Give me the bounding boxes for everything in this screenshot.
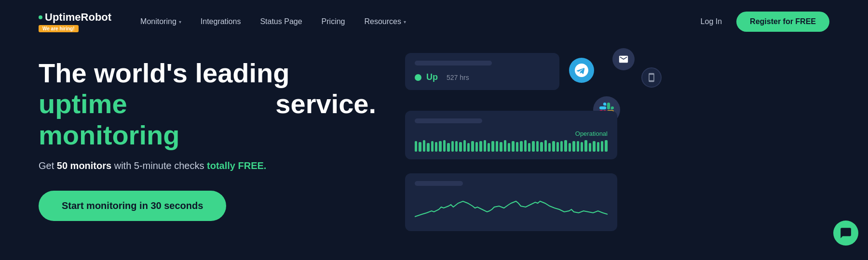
nav-status-page[interactable]: Status Page [260,17,302,26]
hero-title-line1: The world's leading [39,58,376,89]
dashboard-mockup: Up 527 hrs [405,53,829,255]
uptime-bar [455,141,458,152]
response-card [405,173,617,231]
uptime-bar [451,141,454,152]
nav-monitoring[interactable]: Monitoring ▾ [140,17,181,26]
uptime-bar [488,143,490,152]
uptime-bar [491,141,494,152]
cta-button[interactable]: Start monitoring in 30 seconds [39,191,226,221]
email-icon [612,48,635,70]
mobile-icon [641,67,662,88]
uptime-bar [423,140,425,152]
uptime-bar [532,141,534,152]
navigation: UptimeRobot We are hiring! Monitoring ▾ … [0,0,868,43]
uptime-bar [601,141,603,152]
hero-title-line2: uptime monitoring service. [39,89,376,151]
chevron-down-icon: ▾ [179,19,181,25]
monitor-card-main: Up 527 hrs [405,53,559,90]
uptime-bar [415,141,417,152]
response-chart [415,193,608,221]
hero-section: The world's leading uptime monitoring se… [0,43,868,255]
uptime-bar [593,141,595,152]
uptime-bar [484,140,486,152]
uptime-bar-label [415,118,482,123]
uptime-bars [415,140,608,152]
uptime-bar [528,143,530,152]
uptime-bar [516,142,518,152]
operational-label: Operational [415,130,608,137]
telegram-icon [569,58,594,83]
uptime-bar [597,142,599,152]
uptime-bar [556,142,559,152]
uptime-bar [544,140,547,152]
uptime-bar [589,143,591,152]
uptime-bar [459,142,461,152]
hero-title: The world's leading uptime monitoring se… [39,58,376,151]
uptime-bar [496,141,498,152]
response-bar-label [415,181,463,186]
uptime-bar [605,140,607,152]
uptime-card: Operational [405,111,617,159]
monitor-bar-placeholder [415,61,492,65]
uptime-bar [479,141,482,152]
uptime-bar [581,142,583,152]
logo-area: UptimeRobot We are hiring! [39,11,111,32]
hero-content: The world's leading uptime monitoring se… [39,53,376,221]
uptime-bar [548,143,551,152]
uptime-bar [572,141,575,152]
uptime-bar [508,143,510,152]
status-hrs: 527 hrs [447,74,469,81]
uptime-bar [463,140,466,152]
uptime-bar [447,143,449,152]
login-link[interactable]: Log In [701,17,722,26]
free-text: totally FREE. [207,160,266,171]
uptime-bar [475,142,478,152]
uptime-bar [564,140,567,152]
chat-button[interactable] [833,221,858,246]
uptime-bar [431,141,434,152]
uptime-bar [577,141,579,152]
uptime-bar [504,140,506,152]
uptime-bar [540,142,542,152]
monitor-status-row: Up 527 hrs [415,72,550,82]
uptime-bar [467,143,470,152]
hero-white-text: service. [275,89,376,119]
uptime-bar [419,142,421,152]
uptime-bar [443,140,446,152]
uptime-bar [471,141,474,152]
hero-subtitle: Get 50 monitors with 5-minute checks tot… [39,160,376,171]
uptime-bar [427,143,429,152]
uptime-bar [500,142,502,152]
uptime-bar [524,140,527,152]
nav-links: Monitoring ▾ Integrations Status Page Pr… [140,17,701,26]
nav-right: Log In Register for FREE [701,12,829,32]
nav-pricing[interactable]: Pricing [322,17,345,26]
chevron-down-icon: ▾ [404,19,406,25]
nav-resources[interactable]: Resources ▾ [364,17,406,26]
nav-integrations[interactable]: Integrations [201,17,241,26]
logo[interactable]: UptimeRobot [39,11,111,24]
status-up: Up [426,72,438,82]
uptime-bar [584,140,587,152]
uptime-bar [435,142,437,152]
uptime-bar [552,141,555,152]
register-button[interactable]: Register for FREE [736,12,829,32]
uptime-bar [560,141,563,152]
hiring-badge[interactable]: We are hiring! [39,25,79,32]
status-dot-green [415,74,421,81]
uptime-bar [439,141,441,152]
hero-green-text: uptime monitoring [39,89,268,151]
uptime-bar [512,141,514,152]
uptime-bar [536,141,539,152]
uptime-bar [520,141,522,152]
logo-dot [39,15,42,19]
uptime-bar [569,143,571,152]
